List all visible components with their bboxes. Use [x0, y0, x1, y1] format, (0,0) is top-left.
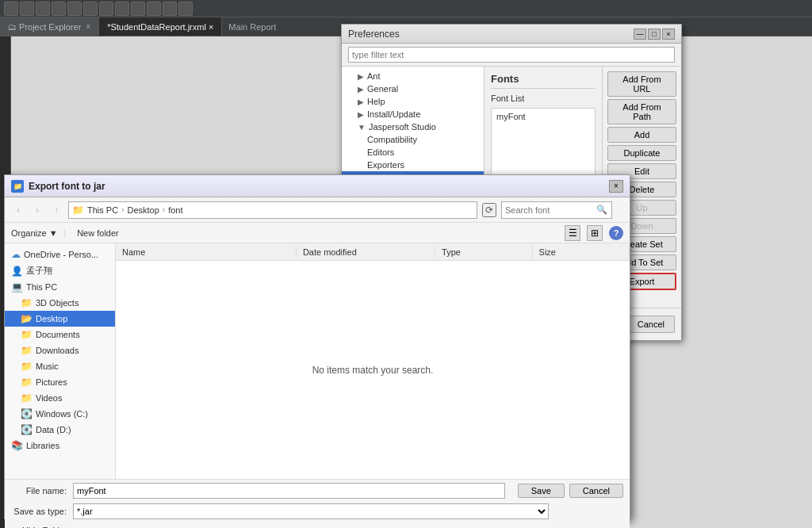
view-button[interactable]: ☰ — [565, 225, 580, 241]
pref-tree-jaspersoft[interactable]: ▼Jaspersoft Studio — [342, 121, 484, 133]
tab-project-explorer-close[interactable]: × — [86, 22, 90, 31]
tree-music[interactable]: 📁 Music — [5, 358, 115, 374]
cancel-pref-button[interactable]: Cancel — [627, 316, 675, 333]
file-footer-buttons: Save Cancel — [518, 484, 623, 498]
search-font-input[interactable] — [501, 201, 612, 219]
new-folder-button[interactable]: New folder — [72, 227, 124, 239]
drive-icon-d: 💽 — [21, 424, 33, 435]
tree-videos[interactable]: 📁 Videos — [5, 390, 115, 406]
tree-data-d[interactable]: 💽 Data (D:) — [5, 422, 115, 438]
cloud-icon: ☁ — [11, 249, 21, 260]
pref-tree-editors[interactable]: Editors — [342, 146, 484, 159]
duplicate-button[interactable]: Duplicate — [607, 145, 676, 161]
tree-pictures[interactable]: 📁 Pictures — [5, 374, 115, 390]
tab-project-explorer[interactable]: 🗂 Project Explorer × — [0, 17, 99, 36]
add-button[interactable]: Add — [607, 127, 676, 143]
view-details-button[interactable]: ⊞ — [587, 225, 603, 241]
toolbar-btn-4[interactable] — [52, 2, 66, 16]
pref-tree-compatibility[interactable]: Compatibility — [342, 133, 484, 146]
pref-tree-general[interactable]: ▶General — [342, 82, 484, 95]
export-dialog-icon: 📁 — [11, 180, 24, 193]
tree-libraries[interactable]: 📚 Libraries — [5, 438, 115, 453]
col-type: Type — [435, 246, 532, 258]
toolbar-btn-12[interactable] — [178, 2, 193, 16]
file-list-area: Name Date modified Type Size No items ma… — [116, 243, 630, 479]
tree-data-label: Data (D:) — [36, 425, 71, 434]
pref-tree-exporters[interactable]: Exporters — [342, 159, 484, 171]
tree-onedrive-label: OneDrive - Perso... — [24, 250, 98, 259]
toolbar-btn-6[interactable] — [83, 2, 98, 16]
toolbar-btn-9[interactable] — [131, 2, 145, 16]
search-icon: 🔍 — [596, 205, 607, 215]
tree-documents-label: Documents — [36, 330, 80, 339]
font-list-item-myfont[interactable]: myFont — [493, 110, 593, 123]
tree-desktop[interactable]: 📂 Desktop — [5, 311, 115, 327]
tree-this-pc-label: This PC — [26, 282, 57, 292]
file-dialog-footer: File name: Save Cancel Save as type: *.j… — [5, 479, 630, 528]
path-this-pc: This PC — [87, 205, 118, 215]
path-arrow-1: › — [121, 205, 124, 214]
main-report-tab[interactable]: Main Report — [222, 17, 282, 36]
tree-3dobjects[interactable]: 📁 3D Objects — [5, 295, 115, 311]
organize-button[interactable]: Organize ▼ — [11, 228, 58, 238]
organize-arrow-icon: ▼ — [49, 228, 58, 238]
preferences-titlebar[interactable]: Preferences — □ × — [342, 25, 681, 44]
toolbar-btn-11[interactable] — [163, 2, 177, 16]
cancel-button[interactable]: Cancel — [569, 484, 623, 498]
address-path[interactable]: 📁 This PC › Desktop › font — [68, 201, 477, 219]
export-dialog-titlebar[interactable]: 📁 Export font to jar × — [5, 175, 630, 197]
ide-toolbar — [0, 0, 812, 17]
user-icon: 👤 — [11, 266, 23, 277]
toolbar-btn-8[interactable] — [115, 2, 129, 16]
pref-tree-help[interactable]: ▶Help — [342, 95, 484, 108]
save-button[interactable]: Save — [518, 484, 565, 498]
preferences-minimize-button[interactable]: — — [634, 29, 646, 40]
tab-student-data-report[interactable]: *StudentDataReport.jrxml × — [99, 17, 222, 36]
address-bar: ‹ › ↑ 📁 This PC › Desktop › font ⟳ 🔍 — [5, 197, 630, 223]
export-dialog-close-button[interactable]: × — [609, 180, 623, 193]
filename-input[interactable] — [73, 483, 505, 499]
tree-downloads[interactable]: 📁 Downloads — [5, 342, 115, 358]
forward-button[interactable]: › — [30, 203, 44, 217]
toolbar-btn-7[interactable] — [99, 2, 113, 16]
tree-windows-c[interactable]: 💽 Windows (C:) — [5, 406, 115, 422]
toolbar-btn-10[interactable] — [147, 2, 161, 16]
preferences-close-button[interactable]: × — [662, 29, 675, 40]
toolbar-btn-2[interactable] — [20, 2, 34, 16]
toolbar-btn-5[interactable] — [67, 2, 82, 16]
refresh-button[interactable]: ⟳ — [482, 203, 496, 217]
col-size: Size — [533, 246, 630, 258]
add-from-path-button[interactable]: Add From Path — [607, 99, 676, 124]
tree-videos-label: Videos — [36, 393, 62, 403]
pref-tree-install[interactable]: ▶Install/Update — [342, 108, 484, 121]
folder-icon-pictures: 📁 — [21, 377, 33, 388]
back-button[interactable]: ‹ — [11, 203, 25, 217]
tab-report-label: *StudentDataReport.jrxml × — [107, 22, 213, 32]
toolbar-btn-3[interactable] — [36, 2, 50, 16]
tree-documents[interactable]: 📁 Documents — [5, 327, 115, 342]
tree-3dobjects-label: 3D Objects — [36, 298, 79, 308]
type-col-label: Type — [442, 247, 461, 257]
drive-icon-c: 💽 — [21, 408, 33, 419]
preferences-maximize-button[interactable]: □ — [648, 29, 661, 40]
hide-folders-toggle[interactable]: ▲ Hide Folders — [5, 522, 630, 528]
toolbar-btn-1[interactable] — [4, 2, 18, 16]
add-from-url-button[interactable]: Add From URL — [607, 71, 676, 97]
savetype-select[interactable]: *.jar — [73, 503, 549, 519]
tree-user[interactable]: 👤 孟子翔 — [5, 262, 115, 279]
ide-background: 🗂 Project Explorer × *StudentDataReport.… — [0, 0, 812, 528]
path-font: font — [168, 205, 182, 215]
preferences-title: Preferences — [348, 29, 634, 40]
pref-tree-ant[interactable]: ▶Ant — [342, 70, 484, 82]
folder-open-icon-desktop: 📂 — [21, 313, 33, 324]
col-name: Name — [116, 246, 297, 258]
tree-this-pc[interactable]: 💻 This PC — [5, 279, 115, 295]
folder-icon-downloads: 📁 — [21, 345, 33, 356]
export-font-dialog: 📁 Export font to jar × ‹ › ↑ 📁 This PC ›… — [4, 174, 630, 519]
up-button-nav[interactable]: ↑ — [49, 203, 63, 217]
pref-content-title: Fonts — [491, 73, 596, 89]
preferences-filter-input[interactable] — [348, 47, 675, 63]
help-button[interactable]: ? — [609, 226, 623, 240]
tree-onedrive[interactable]: ☁ OneDrive - Perso... — [5, 247, 115, 262]
folder-icon-music: 📁 — [21, 361, 33, 372]
